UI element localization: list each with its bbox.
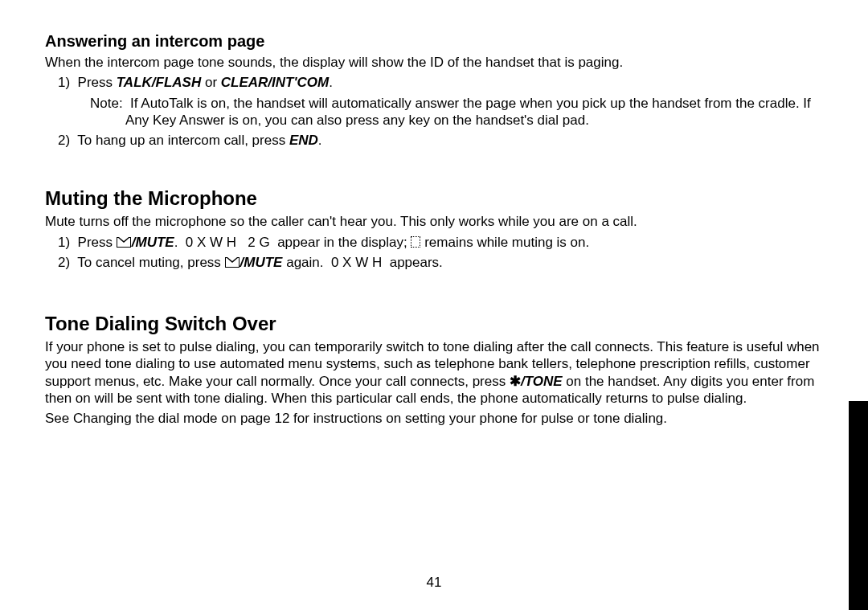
text-fragment: 2) To cancel muting, press xyxy=(58,255,225,270)
note-text: If AutoTalk is on, the handset will auto… xyxy=(125,96,811,128)
tone-key: /TONE xyxy=(521,374,563,389)
tone-dialing-para1: If your phone is set to pulse dialing, y… xyxy=(45,338,823,407)
note-label: Note: xyxy=(90,96,130,111)
text-fragment: appears. xyxy=(390,255,443,270)
envelope-icon xyxy=(225,257,240,268)
section-tab-label: Using Special Features xyxy=(853,202,866,411)
answering-intercom-intro: When the intercom page tone sounds, the … xyxy=(45,54,823,71)
mute-key: /MUTE xyxy=(240,255,283,270)
talk-flash-key: TALK/FLASH xyxy=(117,75,201,90)
text-fragment: . xyxy=(318,133,322,148)
answering-step-2: 2) To hang up an intercom call, press EN… xyxy=(58,132,823,149)
muting-microphone-heading: Muting the Microphone xyxy=(45,187,823,210)
muting-step-2: 2) To cancel muting, press /MUTE again. … xyxy=(58,254,823,271)
end-key: END xyxy=(289,133,318,148)
text-fragment: remains while muting is on. xyxy=(420,235,589,250)
manual-page: Answering an intercom page When the inte… xyxy=(0,0,868,610)
text-fragment: or xyxy=(201,75,221,90)
text-fragment: 1) Press xyxy=(58,75,117,90)
star-icon: ✱ xyxy=(510,374,521,389)
answering-step-1: 1) Press TALK/FLASH or CLEAR/INT'COM. xyxy=(58,74,823,91)
mute-key: /MUTE xyxy=(132,235,174,250)
text-fragment: . 0 X W H 2 G xyxy=(174,235,277,250)
muting-step-1: 1) Press /MUTE. 0 X W H 2 G appear in th… xyxy=(58,234,823,251)
text-fragment: again. 0 X W H xyxy=(282,255,389,270)
text-fragment: . xyxy=(329,75,333,90)
mute-indicator-icon xyxy=(411,236,420,248)
answering-intercom-heading: Answering an intercom page xyxy=(45,32,823,51)
text-fragment: 2) To hang up an intercom call, press xyxy=(58,133,289,148)
text-fragment: 1) Press xyxy=(58,235,117,250)
clear-intcom-key: CLEAR/INT'COM xyxy=(221,75,329,90)
muting-intro: Mute turns off the microphone so the cal… xyxy=(45,213,823,230)
envelope-icon xyxy=(117,237,131,248)
section-tab: Using Special Features xyxy=(849,401,868,610)
answering-note: Note: If AutoTalk is on, the handset wil… xyxy=(90,95,823,129)
text-fragment: appear in the display; xyxy=(277,235,411,250)
tone-dialing-para2: See Changing the dial mode on page 12 fo… xyxy=(45,410,823,427)
page-number: 41 xyxy=(0,575,868,591)
tone-dialing-heading: Tone Dialing Switch Over xyxy=(45,313,823,335)
